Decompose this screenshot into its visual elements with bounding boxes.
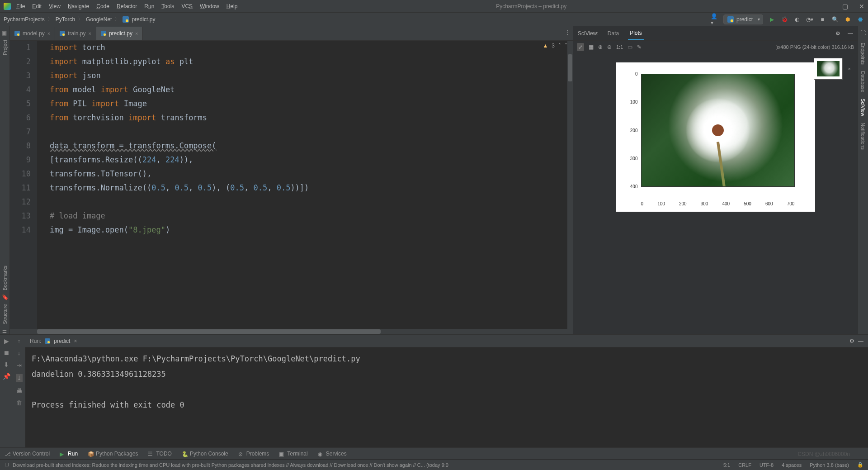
project-icon[interactable]: ▣ bbox=[2, 30, 8, 36]
down-arrow-icon[interactable]: ↓ bbox=[18, 350, 21, 356]
tool-endpoints[interactable]: Endpoints bbox=[860, 43, 866, 65]
down-icon[interactable]: ⬇ bbox=[4, 361, 9, 368]
maximize-tool-icon[interactable]: ⛶ bbox=[860, 30, 866, 36]
sciview-tab-data[interactable]: Data bbox=[606, 28, 621, 39]
hide-icon[interactable]: — bbox=[858, 338, 863, 344]
coverage-icon[interactable]: ◐ bbox=[793, 15, 801, 24]
up-arrow-icon[interactable]: ↑ bbox=[18, 337, 21, 344]
tool-problems[interactable]: ⊘Problems bbox=[238, 451, 269, 457]
editor-area: model.py × train.py × predict.py × ⋮ ▲ 3… bbox=[10, 26, 573, 334]
plot-thumbnail[interactable] bbox=[814, 58, 843, 80]
stop-process-icon[interactable]: ⏹ bbox=[3, 349, 9, 356]
zoom-label[interactable]: 1:1 bbox=[616, 44, 623, 50]
tool-python-packages[interactable]: 📦Python Packages bbox=[88, 451, 138, 457]
main-menu: File Edit View Navigate Code Refactor Ru… bbox=[16, 3, 237, 9]
python-file-icon bbox=[60, 31, 65, 36]
tool-services[interactable]: ◉Services bbox=[318, 451, 347, 457]
breadcrumb-item[interactable]: GoogleNet bbox=[86, 16, 112, 23]
menu-run[interactable]: Run bbox=[144, 3, 154, 9]
color-picker-icon[interactable]: ✎ bbox=[637, 44, 642, 50]
run-toolbar: 👤▾ predict ▶ 🐞 ◐ ◔▾ ■ 🔍 ⬢ ⬣ bbox=[711, 14, 864, 24]
breadcrumb-item[interactable]: PyTorch bbox=[56, 16, 75, 23]
menu-vcs[interactable]: VCS bbox=[181, 3, 193, 9]
gear-icon[interactable]: ⚙ bbox=[849, 338, 854, 344]
close-icon[interactable]: ✕ bbox=[859, 3, 864, 10]
gear-icon[interactable]: ⚙ bbox=[835, 30, 840, 37]
file-encoding[interactable]: UTF-8 bbox=[760, 462, 774, 468]
tool-notifications[interactable]: Notifications bbox=[860, 123, 866, 150]
zoom-in-icon[interactable]: ⊕ bbox=[598, 44, 603, 50]
editor-vscrollbar[interactable] bbox=[567, 41, 573, 334]
line-gutter: 1234567891011121314 bbox=[10, 41, 37, 334]
print-icon[interactable]: 🖶 bbox=[16, 387, 22, 394]
soft-wrap-icon[interactable]: ⇥ bbox=[17, 362, 22, 369]
menu-help[interactable]: Help bbox=[226, 3, 238, 9]
tool-python-console[interactable]: 🐍Python Console bbox=[182, 451, 228, 457]
rerun-icon[interactable]: ▶ bbox=[4, 337, 9, 345]
ide-account-icon[interactable]: ⬣ bbox=[856, 15, 864, 24]
sciview-tab-plots[interactable]: Plots bbox=[628, 27, 644, 40]
minimize-icon[interactable]: — bbox=[825, 3, 831, 10]
tool-run[interactable]: ▶Run bbox=[60, 451, 78, 457]
structure-icon[interactable]: 〓 bbox=[2, 328, 8, 334]
run-output[interactable]: F:\Anaconda3\python.exe F:\PycharmProjec… bbox=[25, 347, 868, 447]
menu-code[interactable]: Code bbox=[96, 3, 109, 9]
code-editor[interactable]: ▲ 3 ˄ ˅ 1234567891011121314 import torch… bbox=[10, 41, 573, 334]
tool-terminal[interactable]: ▣Terminal bbox=[279, 451, 307, 457]
search-everywhere-icon[interactable]: 🔍 bbox=[831, 15, 839, 24]
tool-bookmarks[interactable]: Bookmarks bbox=[2, 266, 8, 290]
run-config-select[interactable]: predict bbox=[723, 14, 763, 24]
editor-tab[interactable]: train.py × bbox=[55, 27, 96, 40]
clear-icon[interactable]: 🗑 bbox=[16, 399, 22, 406]
close-run-tab-icon[interactable]: × bbox=[74, 338, 77, 344]
tabs-more-icon[interactable]: ⋮ bbox=[565, 29, 570, 35]
status-message[interactable]: Download pre-built shared indexes: Reduc… bbox=[13, 462, 723, 468]
breadcrumb-item[interactable]: PycharmProjects bbox=[4, 16, 45, 23]
lock-icon[interactable]: 🔒 bbox=[857, 462, 863, 468]
editor-hscrollbar[interactable] bbox=[10, 329, 567, 334]
bookmark-icon[interactable]: 🔖 bbox=[2, 294, 8, 300]
line-separator[interactable]: CRLF bbox=[738, 462, 751, 468]
tool-version-control[interactable]: ⎇Version Control bbox=[5, 451, 50, 457]
menu-file[interactable]: File bbox=[16, 3, 25, 9]
code-content[interactable]: import torch import matplotlib.pyplot as… bbox=[37, 41, 573, 334]
menu-edit[interactable]: Edit bbox=[32, 3, 42, 9]
close-tab-icon[interactable]: × bbox=[47, 31, 50, 36]
plot-canvas[interactable]: 0 100 200 300 400 0 100 200 300 400 500 … bbox=[573, 53, 858, 334]
editor-tab[interactable]: model.py × bbox=[10, 27, 55, 40]
zoom-out-icon[interactable]: ⊖ bbox=[607, 44, 612, 50]
scroll-end-icon[interactable]: ⤓ bbox=[16, 374, 23, 382]
python-interpreter[interactable]: Python 3.8 (base) bbox=[810, 462, 849, 468]
save-plot-icon[interactable]: ▭ bbox=[627, 44, 632, 50]
event-log-icon[interactable]: ☐ bbox=[5, 462, 9, 468]
tool-structure[interactable]: Structure bbox=[2, 304, 8, 324]
ide-updates-icon[interactable]: ⬢ bbox=[844, 15, 852, 24]
editor-tab[interactable]: predict.py × bbox=[96, 27, 143, 40]
menu-refactor[interactable]: Refactor bbox=[117, 3, 137, 9]
fit-icon[interactable]: ⤢ bbox=[577, 43, 584, 51]
maximize-icon[interactable]: ▢ bbox=[842, 3, 848, 10]
close-tab-icon[interactable]: × bbox=[89, 31, 91, 36]
menu-window[interactable]: Window bbox=[200, 3, 219, 9]
menu-view[interactable]: View bbox=[49, 3, 61, 9]
debug-icon[interactable]: 🐞 bbox=[780, 15, 788, 24]
add-user-icon[interactable]: 👤▾ bbox=[711, 15, 719, 24]
tool-database[interactable]: Database bbox=[860, 71, 866, 92]
menu-tools[interactable]: Tools bbox=[161, 3, 174, 9]
play-icon[interactable]: ▶ bbox=[768, 15, 776, 24]
tool-todo[interactable]: ☰TODO bbox=[148, 451, 171, 457]
thumbnail-close-icon[interactable]: × bbox=[848, 66, 851, 71]
title-bar: File Edit View Navigate Code Refactor Ru… bbox=[0, 0, 868, 13]
breadcrumb-item[interactable]: predict.py bbox=[132, 16, 155, 23]
indent-setting[interactable]: 4 spaces bbox=[782, 462, 802, 468]
menu-navigate[interactable]: Navigate bbox=[68, 3, 89, 9]
stop-icon[interactable]: ■ bbox=[818, 15, 826, 24]
tool-project[interactable]: Project bbox=[2, 40, 8, 55]
grid-icon[interactable]: ▦ bbox=[589, 44, 594, 50]
tool-sciview[interactable]: SciView bbox=[860, 99, 866, 116]
caret-position[interactable]: 5:1 bbox=[723, 462, 730, 468]
hide-icon[interactable]: — bbox=[848, 30, 853, 37]
close-tab-icon[interactable]: × bbox=[135, 31, 138, 36]
profile-icon[interactable]: ◔▾ bbox=[806, 15, 814, 24]
pin-icon[interactable]: 📌 bbox=[3, 373, 10, 380]
